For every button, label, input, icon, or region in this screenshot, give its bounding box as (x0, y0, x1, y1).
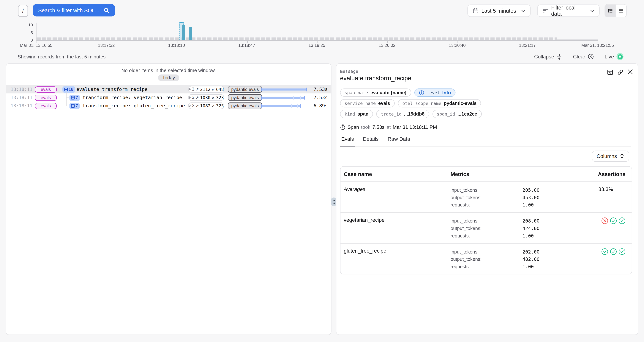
metrics-cell: input_tokens:202.00 output_tokens:482.00… (450, 248, 592, 270)
input-tokens: 1030 (200, 95, 210, 100)
trace-row-vegetarian-recipe[interactable]: 13:18:11 evals 7 transform_recipe: veget… (6, 93, 331, 102)
attr-value: ...1ca2ce (458, 111, 477, 116)
close-icon[interactable] (628, 69, 633, 75)
child-count: 7 (76, 103, 78, 108)
token-usage-pill: Σ ↗ 1030 ↙ 323 (188, 94, 224, 101)
scope-pill[interactable]: pydantic-evals (228, 94, 262, 101)
output-tokens-arrow-icon: ↙ (212, 87, 215, 91)
row-tag-evals[interactable]: evals (35, 94, 57, 101)
info-icon (419, 90, 424, 95)
attr-otel-scope-name-pill[interactable]: otel_scope_name pydantic-evals (398, 99, 481, 107)
record-kind-label: message (340, 69, 358, 74)
showing-records-text: Showing records from the last 5 minutes (18, 54, 106, 60)
attr-level-pill[interactable]: level Info (414, 88, 456, 97)
histogram-bar[interactable] (189, 27, 192, 40)
attr-key: trace_id (381, 111, 402, 116)
attr-span-name-pill[interactable]: span_name evaluate {name} (340, 88, 411, 97)
clear-button[interactable]: Clear (573, 54, 594, 60)
search-button[interactable]: Search & filter with SQL... (33, 4, 115, 17)
assertion-pass-icon (610, 248, 617, 270)
attr-key: otel_scope_name (402, 101, 441, 106)
histogram-bar-selected[interactable] (182, 25, 185, 40)
x-axis-label: 13:20:40 (433, 43, 482, 48)
attr-key: level (427, 90, 440, 95)
span-timestamp: Mar 31 13:18:11 PM (392, 124, 437, 130)
list-view-toggle[interactable] (616, 5, 626, 17)
row-timestamp: 13:18:11 (10, 95, 32, 100)
span-title: evaluate transform_recipe (340, 75, 411, 81)
row-tag-evals[interactable]: evals (35, 103, 57, 109)
collapse-icon (556, 54, 562, 60)
eval-row-averages[interactable]: Averages input_tokens:205.00 output_toke… (340, 182, 632, 212)
scope-pill[interactable]: pydantic-evals (228, 102, 262, 109)
y-axis-tick-10: 10 (23, 23, 33, 27)
app-root: / Search & filter with SQL... Last 5 min… (0, 0, 644, 342)
list-view-icon (618, 8, 624, 14)
input-tokens-arrow-icon: ↗ (196, 87, 199, 91)
output-tokens-arrow-icon: ↙ (212, 104, 215, 108)
row-tag-evals[interactable]: evals (35, 86, 57, 92)
columns-button[interactable]: Columns (592, 151, 629, 162)
tree-connector-line (66, 92, 66, 106)
assertion-pass-icon (618, 248, 625, 270)
stopwatch-icon (340, 124, 346, 130)
scope-pill[interactable]: pydantic-evals (228, 86, 262, 93)
duration-text: 7.53s (307, 95, 328, 100)
live-toggle[interactable]: Live (605, 53, 624, 60)
token-usage-pill: Σ ↗ 2112 ↙ 648 (188, 86, 224, 93)
sigma-icon: Σ (192, 95, 194, 99)
duration-bar (261, 104, 307, 108)
chevron-down-icon (521, 9, 525, 12)
collapse-button[interactable]: Collapse (534, 54, 562, 60)
attr-kind-pill[interactable]: kind span (340, 110, 373, 118)
assertion-pass-icon (601, 248, 608, 270)
collapse-children-badge[interactable]: 16 (62, 86, 75, 92)
expand-children-badge[interactable]: 7 (69, 94, 80, 101)
search-button-label: Search & filter with SQL... (38, 7, 99, 14)
dock-panel-icon[interactable] (607, 69, 613, 75)
tab-details[interactable]: Details (362, 136, 380, 146)
copy-link-icon[interactable] (617, 69, 624, 75)
time-range-dropdown[interactable]: Last 5 minutes (467, 5, 530, 17)
span-duration: 7.53s (372, 124, 384, 130)
slash-shortcut-keycap: / (18, 5, 28, 17)
metrics-cell: input_tokens:208.00 output_tokens:424.00… (450, 217, 592, 240)
trace-row-gluten-free-recipe[interactable]: 13:18:11 evals 7 transform_recipe: glute… (6, 102, 331, 110)
span-name: evaluate transform_recipe (76, 86, 148, 92)
eval-row-gluten-free-recipe[interactable]: gluten_free_recipe input_tokens:202.00 o… (340, 243, 632, 274)
duration-bar (261, 96, 307, 99)
today-pill[interactable]: Today (158, 75, 180, 81)
input-tokens-arrow-icon: ↗ (196, 95, 199, 99)
attr-trace-id-pill[interactable]: trace_id ...15ddb8 (376, 110, 429, 118)
tab-evals[interactable]: Evals (340, 136, 355, 146)
attr-value: span (358, 111, 368, 116)
eval-row-vegetarian-recipe[interactable]: vegetarian_recipe input_tokens:208.00 ou… (340, 212, 632, 243)
attr-service-name-pill[interactable]: service_name evals (340, 99, 394, 107)
time-range-label: Last 5 minutes (481, 8, 516, 14)
x-axis-label: 13:19:25 (292, 43, 342, 48)
header-metrics: Metrics (450, 171, 592, 177)
no-older-items-text: No older items in the selected time wind… (6, 67, 331, 73)
panel-resize-handle[interactable] (331, 198, 336, 206)
case-name: Averages (340, 186, 450, 209)
filter-local-data-dropdown[interactable]: Filter local data (537, 5, 600, 17)
live-label: Live (605, 54, 614, 60)
case-name: gluten_free_recipe (340, 248, 450, 270)
timeline-histogram (36, 23, 598, 41)
search-icon (104, 7, 110, 14)
tree-view-toggle[interactable] (605, 5, 616, 17)
chevron-down-icon (590, 9, 594, 12)
span-detail-panel: message evaluate transform_recipe (336, 63, 638, 335)
tab-raw-data[interactable]: Raw Data (386, 136, 412, 146)
header-case-name: Case name (340, 171, 450, 177)
output-tokens: 323 (216, 95, 224, 100)
took-word: took (361, 124, 370, 130)
span-name: transform_recipe: vegetarian_recipe (82, 95, 182, 100)
attr-key: kind (344, 111, 355, 116)
trace-row-evaluate-transform-recipe[interactable]: 13:18:11 evals 16 evaluate transform_rec… (6, 85, 331, 93)
y-axis-tick-5: 5 (23, 31, 33, 35)
attr-span-id-pill[interactable]: span_id ...1ca2ce (432, 110, 482, 118)
sort-updown-icon (620, 153, 624, 159)
expand-children-badge[interactable]: 7 (69, 103, 80, 109)
assertion-pass-icon (618, 217, 625, 240)
